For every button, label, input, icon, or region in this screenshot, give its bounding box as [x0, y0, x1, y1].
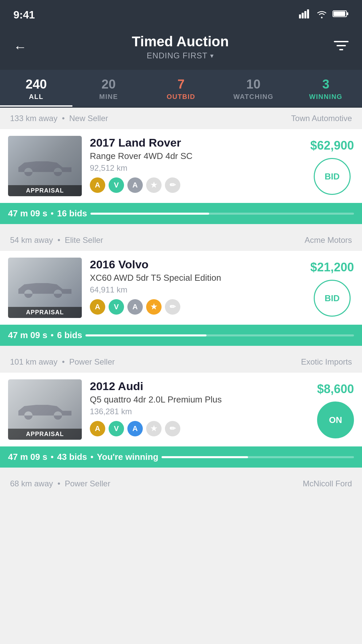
car-image-2: APPRAISAL: [8, 258, 82, 318]
timer-text-1: 47 m 09 s: [8, 208, 47, 219]
car-image-1: APPRAISAL: [8, 136, 82, 196]
badge-star-3: ★: [146, 421, 162, 436]
status-icons: [299, 9, 349, 21]
filter-button[interactable]: [334, 40, 349, 55]
status-bar: 9:41: [0, 0, 362, 27]
car-model-1: Range Rover 4WD 4dr SC: [90, 151, 302, 161]
listing-content-1: APPRAISAL 2017 Land Rover Range Rover 4W…: [0, 129, 362, 203]
tab-all-label: ALL: [0, 93, 72, 101]
listing-separator-1: 133 km away • New Seller Town Automotive: [0, 108, 362, 129]
svg-rect-0: [299, 14, 301, 18]
car-year-make-1: 2017 Land Rover: [90, 136, 302, 150]
timer-dot-2: •: [51, 330, 54, 340]
badge-blue-3: A: [127, 421, 143, 436]
listing-separator-3: 101 km away • Power Seller Exotic Import…: [0, 351, 362, 373]
bids-text-3: 43 bids: [57, 452, 87, 462]
timer-progress-1: [90, 213, 354, 215]
bid-button-1[interactable]: BID: [314, 158, 351, 195]
chevron-down-icon: ▾: [210, 52, 214, 60]
battery-icon: [333, 9, 349, 20]
svg-rect-9: [339, 49, 343, 50]
timer-inner-1: 47 m 09 s • 16 bids: [8, 208, 354, 219]
badge-star-1: ★: [146, 177, 162, 193]
car-badges-3: A V A ★ ✏: [90, 421, 309, 436]
car-right-2: $21,200 BID: [310, 258, 354, 318]
badge-a2-2: A: [127, 299, 143, 315]
bottom-dealer: McNicoll Ford: [303, 479, 352, 488]
signal-icon: [299, 9, 311, 21]
back-button[interactable]: ←: [13, 40, 27, 54]
timer-text-2: 47 m 09 s: [8, 330, 47, 340]
wifi-icon: [316, 9, 328, 21]
badge-a2-1: A: [127, 177, 143, 193]
bid-button-3[interactable]: ON: [317, 401, 354, 438]
sort-subtitle[interactable]: ENDING FIRST ▾: [132, 51, 229, 60]
timer-dot-3: •: [51, 452, 54, 462]
tab-mine[interactable]: 20 MINE: [72, 70, 145, 107]
car-details-2: 2016 Volvo XC60 AWD 5dr T5 Special Editi…: [90, 258, 302, 315]
tab-mine-count: 20: [72, 77, 145, 92]
car-right-1: $62,900 BID: [310, 136, 354, 196]
car-model-2: XC60 AWD 5dr T5 Special Edition: [90, 273, 302, 283]
appraisal-badge-1: APPRAISAL: [8, 185, 82, 196]
car-price-3: $8,600: [317, 382, 354, 396]
timer-progress-2: [85, 334, 354, 336]
tab-outbid-count: 7: [145, 77, 217, 92]
svg-rect-7: [334, 41, 349, 42]
tab-watching-count: 10: [217, 77, 290, 92]
bid-button-2[interactable]: BID: [314, 280, 351, 317]
bottom-separator: 68 km away • Power Seller McNicoll Ford: [0, 473, 362, 494]
bids-text-2: 6 bids: [57, 330, 82, 340]
tab-all[interactable]: 240 ALL: [0, 70, 72, 107]
svg-rect-2: [304, 11, 306, 18]
timer-bar-2: 47 m 09 s • 6 bids: [0, 325, 362, 346]
car-year-make-2: 2016 Volvo: [90, 258, 302, 271]
badge-v-3: V: [109, 421, 124, 436]
badge-a-2: A: [90, 299, 105, 315]
timer-progress-fill-1: [90, 213, 209, 215]
car-model-3: Q5 quattro 4dr 2.0L Premium Plus: [90, 394, 309, 405]
svg-rect-5: [347, 12, 348, 15]
winning-text-3: You're winning: [97, 452, 158, 462]
listing-card-1: APPRAISAL 2017 Land Rover Range Rover 4W…: [0, 129, 362, 224]
tab-winning-label: WINNING: [290, 93, 362, 101]
car-price-2: $21,200: [310, 260, 354, 274]
svg-rect-6: [334, 11, 345, 16]
listing-separator-2: 54 km away • Elite Seller Acme Motors: [0, 229, 362, 251]
badge-pencil-2: ✏: [165, 299, 180, 315]
car-km-2: 64,911 km: [90, 285, 302, 294]
timer-dot-3b: •: [90, 452, 94, 462]
tab-outbid[interactable]: 7 OUTBID: [145, 70, 217, 107]
car-price-1: $62,900: [310, 139, 354, 153]
timer-text-3: 47 m 09 s: [8, 452, 47, 462]
header: ← Timed Auction ENDING FIRST ▾: [0, 27, 362, 70]
tab-winning-count: 3: [290, 77, 362, 92]
listing-dealer-1: Town Automotive: [291, 114, 352, 123]
badge-a-3: A: [90, 421, 105, 436]
car-details-1: 2017 Land Rover Range Rover 4WD 4dr SC 9…: [90, 136, 302, 193]
svg-rect-3: [307, 9, 309, 18]
badge-v-1: V: [109, 177, 124, 193]
timer-progress-fill-3: [162, 456, 248, 458]
section-divider-2: [0, 346, 362, 351]
car-image-3: APPRAISAL: [8, 379, 82, 440]
svg-rect-8: [337, 45, 346, 46]
listing-dealer-2: Acme Motors: [305, 235, 352, 245]
tab-watching-label: WATCHING: [217, 93, 290, 101]
svg-rect-1: [302, 13, 304, 18]
listing-distance-3: 101 km away • Power Seller: [10, 357, 115, 367]
tab-all-count: 240: [0, 77, 72, 92]
badge-v-2: V: [109, 299, 124, 315]
tab-watching[interactable]: 10 WATCHING: [217, 70, 290, 107]
timer-bar-1: 47 m 09 s • 16 bids: [0, 203, 362, 224]
appraisal-badge-3: APPRAISAL: [8, 429, 82, 440]
badge-pencil-1: ✏: [165, 177, 180, 193]
timer-bar-3: 47 m 09 s • 43 bids • You're winning: [0, 446, 362, 468]
timer-progress-fill-2: [85, 334, 206, 336]
tab-winning[interactable]: 3 WINNING: [290, 70, 362, 107]
listing-content-3: APPRAISAL 2012 Audi Q5 quattro 4dr 2.0L …: [0, 373, 362, 446]
listing-distance-2: 54 km away • Elite Seller: [10, 235, 103, 245]
listing-dealer-3: Exotic Imports: [301, 357, 352, 367]
tab-outbid-label: OUTBID: [145, 93, 217, 101]
car-km-1: 92,512 km: [90, 163, 302, 173]
